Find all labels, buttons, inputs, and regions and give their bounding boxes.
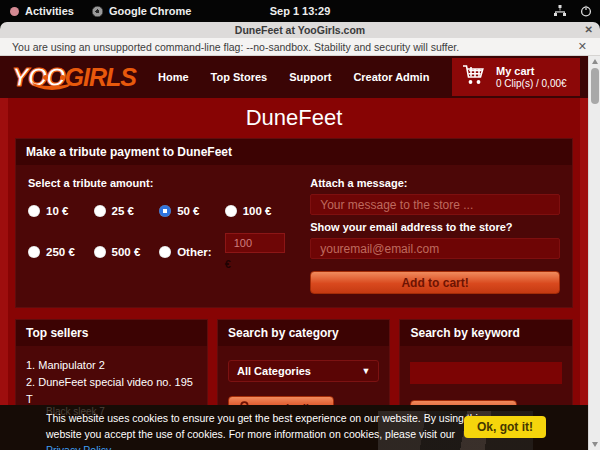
scroll-up-arrow-icon[interactable] [592, 59, 598, 64]
page-scrollbar[interactable] [588, 56, 600, 450]
search-category-header: Search by category [218, 320, 390, 346]
window-title: DuneFeet at YooGirls.com [235, 24, 365, 36]
cart-label: My cart [496, 65, 567, 77]
other-amount-input[interactable] [225, 233, 285, 253]
site-header: YOOGIRLS Home Top Stores Support Creator… [0, 56, 588, 98]
radio-icon[interactable] [28, 205, 40, 217]
page-title: DuneFeet [8, 99, 580, 138]
activities-button[interactable]: Activities [10, 5, 74, 17]
message-label: Attach a message: [310, 177, 560, 189]
amount-option-250[interactable]: 250 € [28, 233, 94, 270]
radio-icon[interactable] [94, 246, 106, 258]
top-seller-item[interactable]: 1. Manipulator 2 [26, 357, 199, 374]
radio-icon[interactable] [28, 246, 40, 258]
nav-home[interactable]: Home [158, 71, 189, 83]
radio-icon-checked[interactable] [159, 205, 171, 217]
page-container: DuneFeet Make a tribute payment to DuneF… [8, 98, 580, 450]
power-icon[interactable] [580, 5, 592, 17]
amount-option-50-selected[interactable]: 50 € [159, 205, 225, 217]
amount-option-10[interactable]: 10 € [28, 205, 94, 217]
chrome-app-icon [92, 6, 103, 17]
activities-label: Activities [25, 5, 74, 17]
cookie-consent-bar: Black sleek 7 This website uses cookies … [0, 405, 588, 450]
category-selected-value: All Categories [237, 365, 311, 377]
logo-girls-text: GIRLS [65, 63, 136, 91]
radio-icon[interactable] [225, 205, 237, 217]
keyword-input[interactable] [410, 362, 562, 384]
message-input[interactable] [310, 194, 560, 215]
top-seller-item[interactable]: 2. DuneFeet special video no. 195 T [26, 374, 199, 408]
email-input[interactable] [310, 238, 560, 259]
amount-option-other[interactable]: Other: [159, 233, 225, 270]
cart-summary: 0 Clip(s) / 0,00€ [496, 78, 567, 89]
infobar-close-icon[interactable]: ✕ [578, 40, 587, 53]
amount-option-25[interactable]: 25 € [94, 205, 160, 217]
window-titlebar[interactable]: DuneFeet at YooGirls.com ✕ [0, 22, 600, 38]
logo-smile-arc [32, 73, 72, 90]
infobar-warning-text: You are using an unsupported command-lin… [12, 41, 459, 53]
cart-widget[interactable]: My cart 0 Clip(s) / 0,00€ [452, 58, 580, 96]
gnome-topbar: Activities Google Chrome Sep 1 13:29 [0, 0, 600, 22]
nav-support[interactable]: Support [289, 71, 331, 83]
radio-icon[interactable] [159, 246, 171, 258]
radio-icon[interactable] [94, 205, 106, 217]
main-nav: Home Top Stores Support Creator Admin [158, 71, 429, 83]
network-icon[interactable] [554, 5, 566, 17]
focused-app-menu[interactable]: Google Chrome [92, 5, 192, 17]
scrollbar-thumb[interactable] [591, 68, 599, 104]
tribute-panel: Make a tribute payment to DuneFeet Selec… [15, 138, 573, 308]
select-amount-label: Select a tribute amount: [28, 177, 290, 189]
window-close-button[interactable]: ✕ [585, 24, 593, 36]
cookie-message: This website uses cookies to ensure you … [46, 411, 488, 450]
add-to-cart-button[interactable]: Add to cart! [310, 271, 560, 294]
currency-symbol: € [225, 258, 291, 270]
yoogirls-logo[interactable]: YOOGIRLS [12, 65, 150, 90]
tribute-panel-header: Make a tribute payment to DuneFeet [16, 139, 572, 165]
nav-creator-admin[interactable]: Creator Admin [353, 71, 429, 83]
chrome-infobar: You are using an unsupported command-lin… [0, 38, 600, 56]
top-sellers-header: Top sellers [16, 320, 207, 346]
email-label: Show your email address to the store? [310, 221, 560, 233]
cookie-accept-button[interactable]: Ok, got it! [464, 416, 546, 438]
activities-indicator-icon [10, 7, 19, 16]
amount-radio-group: 10 € 25 € 50 € 100 € 250 € 500 € Other: … [28, 205, 290, 270]
app-name-label: Google Chrome [109, 5, 192, 17]
nav-top-stores[interactable]: Top Stores [211, 71, 268, 83]
browser-viewport: YOOGIRLS Home Top Stores Support Creator… [0, 56, 600, 450]
chevron-down-icon: ▼ [362, 366, 371, 376]
category-select[interactable]: All Categories ▼ [228, 360, 380, 382]
privacy-policy-link[interactable]: Privacy Policy [46, 444, 111, 450]
amount-option-500[interactable]: 500 € [94, 233, 160, 270]
search-keyword-header: Search by keyword [400, 320, 572, 346]
scroll-down-arrow-icon[interactable] [592, 442, 598, 447]
amount-option-100[interactable]: 100 € [225, 205, 291, 217]
webpage: YOOGIRLS Home Top Stores Support Creator… [0, 56, 588, 450]
screen: Activities Google Chrome Sep 1 13:29 Dun… [0, 0, 600, 450]
cart-icon [461, 62, 487, 92]
